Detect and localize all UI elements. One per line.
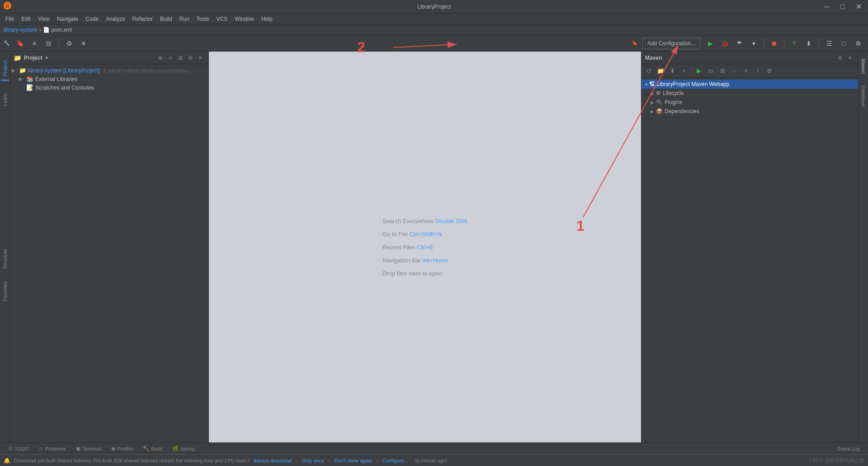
project-panel-expand-btn[interactable]: ≡ [166, 53, 175, 62]
toolbar-close-panel-btn[interactable]: ✕ [77, 37, 90, 50]
menu-window[interactable]: Window [231, 15, 258, 23]
maven-show-deps-btn[interactable]: ≡ [741, 66, 751, 76]
toolbar-vcs-btn[interactable]: ⇑ [788, 37, 801, 50]
maven-root-item[interactable]: ▾ 🏗 LibraryProject Maven Webapp [642, 80, 858, 89]
menu-run[interactable]: Run [176, 15, 193, 23]
maven-download-btn[interactable]: ⬇ [667, 66, 678, 76]
maven-reload-btn[interactable]: ↺ [643, 66, 654, 76]
tab-build[interactable]: 🔨 Build [138, 444, 166, 454]
maven-add-btn[interactable]: 📁 [655, 66, 666, 76]
maximize-button[interactable]: □ [838, 2, 848, 12]
maven-settings2-btn[interactable]: ⚙ [764, 66, 775, 76]
breadcrumb-project[interactable]: library-system [4, 27, 38, 33]
notif-bell-icon: 🔔 [4, 457, 10, 464]
toolbar-run-btn[interactable]: ▶ [704, 37, 717, 50]
project-vtab[interactable]: Project [1, 57, 9, 81]
menu-build[interactable]: Build [156, 15, 176, 23]
notif-always-link[interactable]: Always download [254, 458, 292, 463]
menu-edit[interactable]: Edit [18, 15, 34, 23]
project-panel-close-btn[interactable]: ✕ [196, 53, 205, 62]
maven-toggle-offline-btn[interactable]: ⊞ [717, 66, 728, 76]
maven-settings-btn[interactable]: ⚙ [835, 53, 844, 62]
notif-time: (a minute ago) [415, 458, 447, 463]
maven-lifecycle-item[interactable]: ▶ ⚙ Lifecycle [642, 89, 858, 98]
tab-event-log[interactable]: Event Log [833, 444, 864, 454]
breadcrumb-file[interactable]: pom.xml [52, 27, 72, 33]
notification-bar: 🔔 Download pre-built shared indexes: Pre… [0, 454, 868, 466]
tab-todo-label: TODO [14, 446, 29, 452]
maven-lifecycle-btn[interactable]: m [705, 66, 716, 76]
database-vtab[interactable]: Database [859, 82, 868, 110]
menu-analyze[interactable]: Analyze [102, 15, 129, 23]
menu-help[interactable]: Help [258, 15, 276, 23]
tree-external-libraries[interactable]: ▶ 📚 External Libraries [10, 75, 208, 83]
tab-build-label: Build [151, 446, 162, 452]
notif-once-link[interactable]: Only once [302, 458, 325, 463]
menu-file[interactable]: File [2, 15, 18, 23]
toolbar: 🔧 🔖 ≡ ⊟ ⚙ ✕ 🔖 Add Configuration... ▶ 🐞 ☂… [0, 35, 868, 52]
notif-configure-link[interactable]: Configure... [382, 458, 408, 463]
tab-profiler[interactable]: ◉ Profiler [107, 444, 138, 454]
toolbar-bookmark2-btn[interactable]: ☰ [823, 37, 835, 50]
toolbar-settings2-btn[interactable]: ⚙ [852, 37, 864, 50]
toolbar-separator-3 [784, 39, 784, 48]
tree-root-item[interactable]: ▶ 📁 library-system [LibraryProject] E:\i… [10, 66, 208, 75]
close-button[interactable]: ✕ [853, 1, 864, 12]
maven-dependencies-label: Dependencies [665, 108, 699, 114]
toolbar-stop-btn[interactable]: ⏹ [768, 37, 780, 50]
project-panel-locate-btn[interactable]: ⊕ [156, 53, 165, 62]
tab-terminal-label: Terminal [82, 446, 101, 452]
menu-navigate[interactable]: Navigate [53, 15, 82, 23]
menu-refactor[interactable]: Refactor [129, 15, 156, 23]
add-configuration-button[interactable]: Add Configuration... [642, 38, 700, 49]
notif-dont-show-link[interactable]: Don't show again [334, 458, 372, 463]
maven-new-goal-btn[interactable]: + [679, 66, 689, 76]
toolbar-structure-btn[interactable]: ≡ [28, 37, 41, 50]
tree-scratches[interactable]: ▶ 📝 Scratches and Consoles [10, 83, 208, 92]
toolbar-settings-btn[interactable]: ⚙ [63, 37, 75, 50]
toolbar-bookmark-btn[interactable]: 🔖 [14, 37, 26, 50]
maven-run-btn[interactable]: ▶ [693, 66, 704, 76]
title-bar: 🅐 LibraryProject ─ □ ✕ [0, 0, 868, 14]
menu-code[interactable]: Code [82, 15, 102, 23]
maven-vtab[interactable]: Maven [859, 55, 868, 77]
tab-terminal[interactable]: ▣ Terminal [71, 444, 106, 454]
minimize-button[interactable]: ─ [822, 2, 832, 12]
project-panel-dropdown[interactable]: ▾ [45, 55, 48, 61]
hint-recent-files: Recent Files Ctrl+E [382, 244, 433, 251]
right-vtabs: Maven Database [858, 52, 868, 442]
maven-dependencies-item[interactable]: ▶ 📦 Dependencies [642, 107, 858, 116]
hint-drop-files: Drop files here to open [382, 270, 442, 277]
toolbar-debug-btn[interactable]: 🐞 [718, 37, 731, 50]
profiler-icon: ◉ [111, 446, 116, 452]
toolbar-collapse-btn[interactable]: ⊟ [42, 37, 55, 50]
maven-close-btn[interactable]: ✕ [845, 53, 854, 62]
maven-collapse-btn[interactable]: ≀ [752, 66, 763, 76]
menu-vcs[interactable]: VCS [213, 15, 231, 23]
learn-vtab[interactable]: Learn [1, 90, 9, 109]
maven-dependencies-icon: 📦 [656, 108, 663, 114]
toolbar-more-run-btn[interactable]: ▾ [747, 37, 760, 50]
toolbar-vcs-update-btn[interactable]: ⬇ [802, 37, 815, 50]
project-panel-settings-btn[interactable]: ⚙ [186, 53, 195, 62]
project-panel-options-btn[interactable]: ⊞ [176, 53, 185, 62]
maven-tb-sep [691, 67, 692, 75]
menu-tools[interactable]: Tools [193, 15, 213, 23]
structure-vtab[interactable]: Structure [1, 245, 9, 273]
toolbar-run-coverage-btn[interactable]: ☂ [733, 37, 745, 50]
maven-panel-title: Maven [645, 55, 662, 61]
maven-plugins-label: Plugins [665, 99, 682, 105]
maven-dependencies-arrow: ▶ [651, 109, 654, 114]
tab-problems[interactable]: ⚠ Problems [34, 444, 71, 454]
tab-todo[interactable]: ☑ TODO [4, 444, 33, 454]
menu-bar: File Edit View Navigate Code Analyze Ref… [0, 14, 868, 24]
favorites-vtab[interactable]: Favorites [1, 277, 9, 305]
menu-view[interactable]: View [34, 15, 53, 23]
tab-spring[interactable]: 🌿 Spring [168, 444, 199, 454]
toolbar-window-btn[interactable]: □ [837, 37, 850, 50]
maven-tree: ▾ 🏗 LibraryProject Maven Webapp ▶ ⚙ Life… [642, 78, 858, 442]
maven-skip-tests-btn[interactable]: ○ [729, 66, 740, 76]
left-vtabs: Project Learn Structure Favorites [0, 52, 10, 442]
tree-root-label: library-system [LibraryProject] [28, 67, 100, 74]
maven-plugins-item[interactable]: ▶ 🔌 Plugins [642, 98, 858, 107]
